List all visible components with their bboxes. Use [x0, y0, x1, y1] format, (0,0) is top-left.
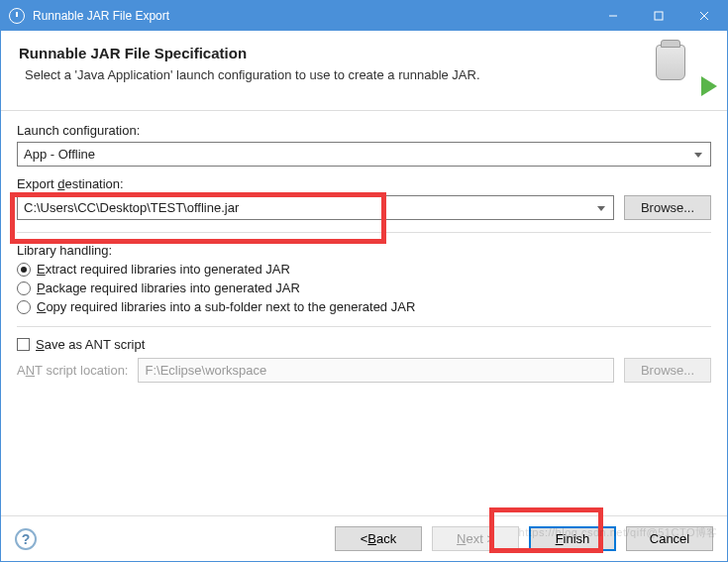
- radio-copy[interactable]: [17, 300, 31, 314]
- radio-extract-label: Extract required libraries into generate…: [37, 262, 290, 277]
- svg-rect-1: [655, 12, 663, 20]
- eclipse-icon: [9, 8, 25, 24]
- radio-package-label: Package required libraries into generate…: [37, 281, 300, 295]
- help-icon[interactable]: ?: [15, 528, 37, 550]
- next-button: Next >: [432, 526, 519, 551]
- titlebar: Runnable JAR File Export: [1, 1, 727, 31]
- launch-config-value: App - Offline: [24, 147, 95, 162]
- save-ant-checkbox[interactable]: [17, 338, 30, 351]
- save-ant-label: Save as ANT script: [36, 337, 145, 352]
- separator: [17, 326, 711, 327]
- library-handling-label: Library handling:: [17, 243, 711, 258]
- export-destination-value: C:\Users\CC\Desktop\TEST\offline.jar: [24, 200, 239, 215]
- page-description: Select a 'Java Application' launch confi…: [25, 67, 650, 82]
- minimize-button[interactable]: [590, 1, 636, 31]
- maximize-button[interactable]: [636, 1, 681, 31]
- launch-config-combo[interactable]: App - Offline: [17, 142, 711, 167]
- window-title: Runnable JAR File Export: [33, 9, 590, 23]
- radio-extract[interactable]: [17, 263, 31, 277]
- export-destination-combo[interactable]: C:\Users\CC\Desktop\TEST\offline.jar: [17, 195, 614, 220]
- separator: [17, 232, 711, 233]
- radio-package[interactable]: [17, 281, 31, 295]
- launch-config-label: Launch configuration:: [17, 123, 711, 138]
- ant-location-label: ANT script location:: [17, 363, 128, 378]
- page-title: Runnable JAR File Specification: [19, 45, 650, 61]
- browse-ant-button: Browse...: [624, 358, 711, 383]
- radio-copy-label: Copy required libraries into a sub-folde…: [37, 299, 415, 314]
- export-destination-label: Export destination:: [17, 176, 124, 191]
- close-button[interactable]: [681, 1, 727, 31]
- ant-location-input: [138, 358, 614, 383]
- browse-export-button[interactable]: Browse...: [624, 195, 711, 220]
- back-button[interactable]: < Back: [335, 526, 422, 551]
- jar-export-icon: [650, 45, 709, 94]
- watermark: https://blog.csdn.net/qiff@51CTO博客: [519, 525, 718, 540]
- wizard-header: Runnable JAR File Specification Select a…: [1, 31, 727, 111]
